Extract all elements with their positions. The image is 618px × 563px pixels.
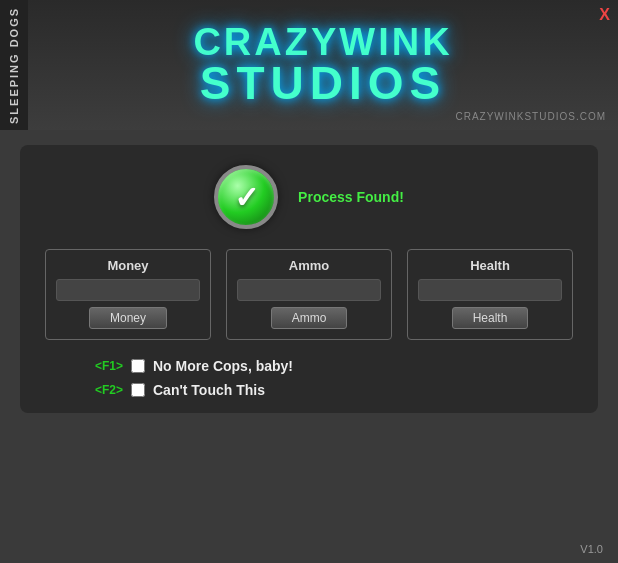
option2-row: <F2> Can't Touch This bbox=[85, 382, 573, 398]
ammo-box: Ammo Ammo bbox=[226, 249, 392, 340]
logo-bottom: STUDIOS bbox=[200, 56, 446, 110]
health-button[interactable]: Health bbox=[452, 307, 529, 329]
option2-hotkey: <F2> bbox=[85, 383, 123, 397]
website-text: CRAZYWINKSTUDIOS.COM bbox=[455, 111, 606, 122]
process-row: Process Found! bbox=[45, 165, 573, 229]
option1-hotkey: <F1> bbox=[85, 359, 123, 373]
vertical-text: SLEEPING DOGS bbox=[0, 0, 28, 130]
logo-area: CRAZYWINK STUDIOS bbox=[193, 21, 452, 110]
option2-checkbox[interactable] bbox=[131, 383, 145, 397]
main-panel: Process Found! Money Money Ammo Ammo Hea… bbox=[20, 145, 598, 413]
money-title: Money bbox=[107, 258, 148, 273]
status-indicator bbox=[214, 165, 278, 229]
option1-label: No More Cops, baby! bbox=[153, 358, 293, 374]
health-input[interactable] bbox=[418, 279, 562, 301]
option2-label: Can't Touch This bbox=[153, 382, 265, 398]
money-box: Money Money bbox=[45, 249, 211, 340]
money-button[interactable]: Money bbox=[89, 307, 167, 329]
option1-row: <F1> No More Cops, baby! bbox=[85, 358, 573, 374]
ammo-title: Ammo bbox=[289, 258, 329, 273]
version-text: V1.0 bbox=[580, 543, 603, 555]
cheat-boxes: Money Money Ammo Ammo Health Health bbox=[45, 249, 573, 340]
health-title: Health bbox=[470, 258, 510, 273]
ammo-button[interactable]: Ammo bbox=[271, 307, 348, 329]
checkbox-area: <F1> No More Cops, baby! <F2> Can't Touc… bbox=[45, 358, 573, 398]
title-bar: SLEEPING DOGS CRAZYWINK STUDIOS CRAZYWIN… bbox=[0, 0, 618, 130]
money-input[interactable] bbox=[56, 279, 200, 301]
process-status: Process Found! bbox=[298, 189, 404, 205]
close-button[interactable]: X bbox=[599, 6, 610, 24]
ammo-input[interactable] bbox=[237, 279, 381, 301]
option1-checkbox[interactable] bbox=[131, 359, 145, 373]
health-box: Health Health bbox=[407, 249, 573, 340]
